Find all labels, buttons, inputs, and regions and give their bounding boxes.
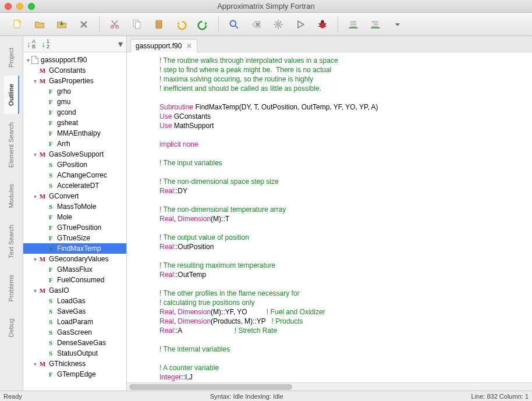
- clear-search-button[interactable]: [249, 17, 263, 31]
- tree-node-label: GSecondaryValues: [49, 255, 109, 263]
- search-button[interactable]: [227, 17, 241, 31]
- svg-rect-6: [156, 20, 162, 28]
- outdent-button[interactable]: [346, 17, 360, 31]
- sort-order-button[interactable]: ↓12: [41, 39, 49, 49]
- tree-node-gconstants[interactable]: MGConstants: [23, 65, 126, 76]
- save-button[interactable]: [55, 17, 69, 31]
- tree-node-mmaenthalpy[interactable]: FMMAEnthalpy: [23, 128, 126, 139]
- tree-node-label: GThickness: [49, 360, 86, 368]
- tree-node-grho[interactable]: Fgrho: [23, 86, 126, 97]
- module-badge-icon: M: [38, 150, 47, 158]
- status-bar: Ready Syntax: Idle Indexing: Idle Line: …: [0, 391, 532, 401]
- tree-node-arrh[interactable]: FArrh: [23, 139, 126, 149]
- outline-menu-button[interactable]: ▾: [118, 38, 123, 49]
- sidetab-debug[interactable]: Debug: [4, 310, 19, 345]
- tree-node-masstomole[interactable]: SMassToMole: [23, 201, 126, 212]
- svg-rect-5: [136, 22, 140, 28]
- disclosure-icon[interactable]: ▾: [31, 193, 38, 200]
- tree-file-node[interactable]: ▾gassupport.f90: [23, 55, 126, 65]
- tree-node-savegas[interactable]: SSaveGas: [23, 306, 126, 317]
- sidetab-modules[interactable]: Modules: [4, 176, 19, 217]
- tree-node-label: Mole: [57, 213, 72, 221]
- disclosure-icon[interactable]: ▾: [31, 256, 38, 262]
- sidetab-text-search[interactable]: Text Search: [4, 217, 19, 267]
- toolbar-more-button[interactable]: [391, 17, 405, 31]
- disclosure-icon[interactable]: ▾: [31, 288, 38, 294]
- tree-node-gmassflux[interactable]: FGMassFlux: [23, 264, 126, 275]
- sidetab-project[interactable]: Project: [4, 40, 19, 76]
- tree-node-findmaxtemp[interactable]: SFindMaxTemp: [23, 243, 126, 254]
- editor-area: gassupport.f90 ✕ ! The routine walks thr…: [127, 36, 532, 391]
- routine-badge-icon: S: [47, 349, 55, 357]
- tree-node-mole[interactable]: FMole: [23, 212, 126, 222]
- sort-alpha-button[interactable]: ↓AB: [27, 39, 36, 49]
- tree-node-loadparam[interactable]: SLoadParam: [23, 317, 126, 327]
- svg-point-1: [19, 20, 22, 23]
- routine-badge-icon: F: [47, 276, 55, 284]
- tree-node-gposition[interactable]: SGPosition: [23, 159, 126, 170]
- tree-node-statusoutput[interactable]: SStatusOutput: [23, 348, 126, 359]
- tree-node-gconvert[interactable]: ▾MGConvert: [23, 191, 126, 201]
- run-button[interactable]: [293, 17, 307, 31]
- tree-node-densesavegas[interactable]: SDenseSaveGas: [23, 338, 126, 348]
- tree-node-gasproperties[interactable]: ▾MGasProperties: [23, 76, 126, 86]
- tree-node-gcond[interactable]: Fgcond: [23, 107, 126, 118]
- undo-button[interactable]: [174, 17, 188, 31]
- svg-rect-16: [374, 23, 378, 25]
- tree-node-acceleratedt[interactable]: SAccelerateDT: [23, 180, 126, 191]
- routine-badge-icon: S: [47, 297, 55, 305]
- svg-rect-12: [350, 21, 356, 23]
- disclosure-icon[interactable]: ▾: [31, 361, 38, 367]
- redo-button[interactable]: [196, 17, 210, 31]
- code-viewport[interactable]: ! The routine walks through interpolated…: [127, 52, 532, 382]
- tree-node-gthickness[interactable]: ▾MGThickness: [23, 359, 126, 369]
- svg-rect-14: [350, 26, 356, 27]
- scrollbar-thumb[interactable]: [129, 384, 292, 390]
- svg-rect-17: [371, 26, 378, 27]
- tree-node-gtruesize[interactable]: FGTrueSize: [23, 233, 126, 243]
- status-right: Line: 832 Column: 1: [471, 393, 529, 400]
- tree-node-gtempedge[interactable]: FGTempEdge: [23, 369, 126, 379]
- code-content[interactable]: ! The routine walks through interpolated…: [127, 52, 532, 382]
- open-file-button[interactable]: [33, 17, 47, 31]
- routine-badge-icon: F: [47, 140, 55, 148]
- tree-node-gmu[interactable]: Fgmu: [23, 97, 126, 107]
- sidetab-problems[interactable]: Problems: [4, 267, 19, 310]
- close-tab-icon[interactable]: ✕: [186, 42, 192, 50]
- copy-button[interactable]: [130, 17, 144, 31]
- tree-node-label: AccelerateDT: [57, 182, 100, 190]
- disclosure-icon[interactable]: ▾: [31, 151, 38, 158]
- disclosure-icon[interactable]: ▾: [31, 78, 38, 84]
- tree-node-gasio[interactable]: ▾MGasIO: [23, 285, 126, 296]
- cancel-button[interactable]: [77, 17, 91, 31]
- tree-node-gasscreen[interactable]: SGasScreen: [23, 327, 126, 338]
- tree-node-fuelconsumed[interactable]: FFuelConsumed: [23, 275, 126, 285]
- tree-node-gsecondaryvalues[interactable]: ▾MGSecondaryValues: [23, 254, 126, 264]
- tree-node-gtrueposition[interactable]: FGTruePosition: [23, 222, 126, 233]
- svg-point-9: [276, 22, 281, 26]
- indent-button[interactable]: [368, 17, 382, 31]
- tree-node-gsheat[interactable]: Fgsheat: [23, 118, 126, 128]
- tree-node-achangecorrec[interactable]: SAChangeCorrec: [23, 170, 126, 180]
- tree-node-gassolvesupport[interactable]: ▾MGasSolveSupport: [23, 149, 126, 159]
- status-middle: Syntax: Idle Indexing: Idle: [22, 393, 471, 400]
- routine-badge-icon: S: [47, 244, 55, 253]
- tree-node-label: GTruePosition: [57, 223, 101, 232]
- paste-button[interactable]: [152, 17, 166, 31]
- sidetab-outline[interactable]: Outline: [4, 76, 19, 114]
- new-file-button[interactable]: [10, 17, 24, 31]
- tree-node-label: LoadGas: [57, 297, 86, 305]
- sidetab-element-search[interactable]: Element Search: [4, 114, 19, 176]
- editor-tab[interactable]: gassupport.f90 ✕: [130, 39, 197, 52]
- tree-node-label: AChangeCorrec: [57, 171, 107, 179]
- routine-badge-icon: F: [47, 119, 55, 127]
- routine-badge-icon: S: [47, 203, 55, 211]
- tree-node-label: MassToMole: [57, 203, 96, 211]
- debug-button[interactable]: [315, 17, 329, 31]
- tree-node-label: GMassFlux: [57, 265, 93, 274]
- cut-button[interactable]: [108, 17, 122, 31]
- outline-tree[interactable]: ▾gassupport.f90MGConstants▾MGasPropertie…: [23, 52, 126, 391]
- build-button[interactable]: [271, 17, 285, 31]
- tree-node-loadgas[interactable]: SLoadGas: [23, 296, 126, 306]
- horizontal-scrollbar[interactable]: [127, 382, 532, 391]
